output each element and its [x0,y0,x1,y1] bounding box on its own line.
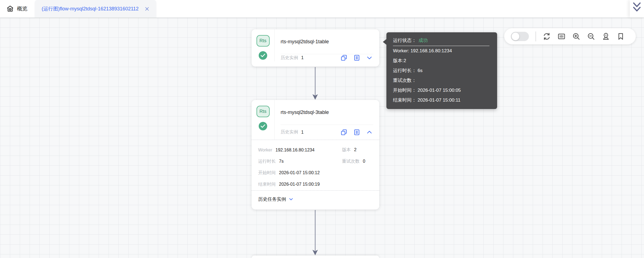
copy-icon[interactable] [340,129,347,136]
tooltip-worker: Worker: 192.168.16.80:1234 [393,46,491,56]
node1-status-column: Rts [252,29,275,61]
tab-close-icon[interactable] [145,7,149,11]
edge-node1-node2 [312,67,318,100]
bookmark-icon[interactable] [617,32,625,41]
tooltip-duration: 运行时长： 6s [393,66,491,76]
version-value: 2 [354,147,357,152]
run-status-tooltip: 运行状态： 成功 Worker: 192.168.16.80:1234 版本:2… [386,32,497,109]
task-type-badge: Rts [257,35,270,47]
history-instance-count: 1 [301,55,304,60]
node2-title: rts-mysql2tdsql-3table [281,110,329,115]
start-time-label: 开始时间 [258,170,276,176]
worker-value: 192.168.16.80:1234 [275,148,314,153]
actual-size-icon[interactable] [557,32,566,41]
collapse-chevron-up-icon[interactable] [366,129,373,136]
double-chevron-down-icon [632,2,642,14]
tooltip-end-time: 结束时间： 2026-01-07 15:00:11 [393,95,491,105]
tooltip-start-time: 开始时间： 2026-01-07 15:00:05 [393,85,491,95]
home-icon [6,5,14,13]
top-bar: 概览 (运行图)flow-mysql2tdsql-162138931602112 [0,0,644,18]
history-instance-count: 1 [301,130,304,135]
tooltip-retry: 重试次数： [393,76,491,85]
refresh-icon[interactable] [543,32,551,41]
worker-label: Worker [258,148,272,153]
run-status-label: 运行状态： [393,37,416,44]
log-icon[interactable] [353,129,360,136]
tooltip-version: 版本:2 [393,56,491,66]
toggle-knob [512,33,519,40]
canvas-toggle[interactable] [511,32,529,41]
task-node-3-peek[interactable] [252,256,379,258]
history-instance-label: 历史实例 [281,129,298,135]
log-icon[interactable] [353,54,360,61]
tooltip-pointer [383,39,387,45]
edge-node2-node3 [312,210,318,256]
history-task-instances-label: 历史任务实例 [258,196,286,202]
zoom-out-icon[interactable] [587,32,595,41]
tab-label: (运行图)flow-mysql2tdsql-162138931602112 [42,5,139,12]
history-instance-label: 历史实例 [281,55,298,61]
toolbar-divider [535,31,536,41]
retry-value: 0 [363,159,365,164]
node2-status-column: Rts [252,100,275,140]
copy-icon[interactable] [340,54,347,61]
success-status-icon [259,122,267,130]
expand-chevron-down-icon[interactable] [366,54,373,61]
footer-chevron-down-icon [289,197,293,202]
node1-title: rts-mysql2tdsql-1table [281,39,329,45]
canvas-toolbar [504,28,636,44]
task-node-1[interactable]: Rts rts-mysql2tdsql-1table 历史实例 1 [252,29,379,67]
overview-home[interactable]: 概览 [6,0,27,18]
node2-run-details: Worker 192.168.16.80:1234 版本 2 运行时长 7s 重… [252,140,379,190]
version-label: 版本 [342,147,351,153]
duration-value: 7s [279,159,284,164]
end-time-label: 结束时间 [258,182,276,187]
end-time-value: 2026-01-07 15:00:19 [279,182,320,187]
tab-run-graph[interactable]: (运行图)flow-mysql2tdsql-162138931602112 [35,0,156,18]
locate-icon[interactable] [602,32,610,41]
run-status-value: 成功 [418,37,428,44]
retry-label: 重试次数 [342,159,360,164]
overview-label: 概览 [17,5,27,12]
success-status-icon [259,51,267,60]
task-node-2[interactable]: Rts rts-mysql2tdsql-3table 历史实例 1 [252,100,379,210]
task-type-badge: Rts [257,106,270,117]
zoom-in-icon[interactable] [572,32,580,41]
duration-label: 运行时长 [258,159,276,164]
start-time-value: 2026-01-07 15:00:12 [279,170,320,175]
history-task-instances-toggle[interactable]: 历史任务实例 [252,191,379,210]
collapse-panel-button[interactable] [630,0,644,18]
